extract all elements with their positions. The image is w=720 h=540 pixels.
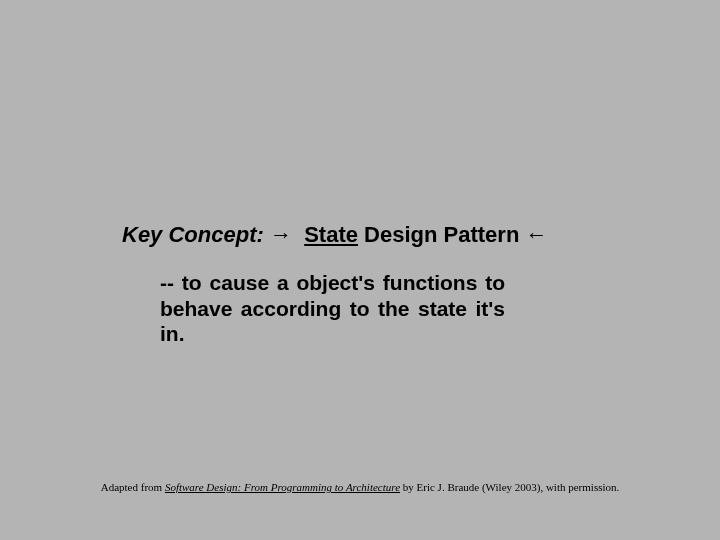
arrow-right-icon: →	[270, 222, 292, 247]
title-state: State	[304, 222, 358, 247]
slide: Key Concept: → State Design Pattern ← --…	[0, 0, 720, 540]
arrow-left-icon: ←	[525, 222, 547, 247]
footer-book-title: Software Design: From Programming to Arc…	[165, 481, 400, 493]
slide-heading: Key Concept: → State Design Pattern ←	[122, 222, 656, 248]
title-design-pattern: Design Pattern	[364, 222, 519, 247]
slide-body: -- to cause a object's functions to beha…	[160, 270, 505, 347]
key-concept-label: Key Concept:	[122, 222, 264, 247]
footer-suffix: by Eric J. Braude (Wiley 2003), with per…	[400, 481, 619, 493]
title-group: State Design Pattern	[298, 222, 525, 247]
footer-prefix: Adapted from	[101, 481, 165, 493]
slide-footer: Adapted from Software Design: From Progr…	[0, 481, 720, 493]
